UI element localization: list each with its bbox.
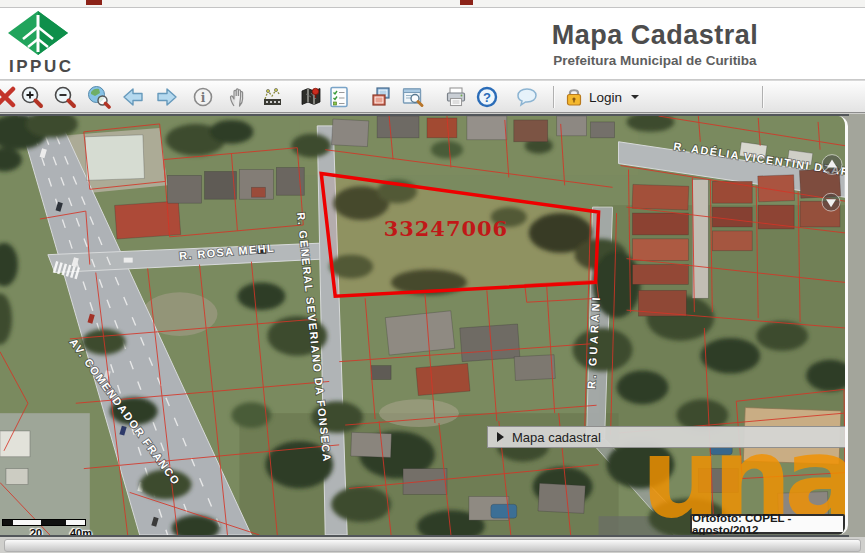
scale-label-40: 40m <box>70 527 92 535</box>
toolbar: i <box>0 80 865 113</box>
clear-icon[interactable] <box>0 85 17 109</box>
measure-icon[interactable] <box>261 85 285 109</box>
map-area: 33247006 R. ROSA MEHL R. GENERAL SEVERIA… <box>0 114 865 537</box>
scale-bar: 20 40m <box>2 519 122 535</box>
top-strip <box>0 0 865 8</box>
search-window-icon[interactable] <box>401 85 425 109</box>
scale-label-20: 20 <box>30 527 42 535</box>
header: IPPUC Mapa Cadastral Prefeitura Municipa… <box>0 8 865 80</box>
page-title: Mapa Cadastral <box>440 20 865 51</box>
scale-bar-segments <box>2 519 86 526</box>
artifact-mark <box>86 0 102 5</box>
artifact-mark <box>460 0 473 5</box>
map-edge <box>0 535 849 537</box>
attribution-box: Ortofoto: COPEL - agosto/2012 <box>690 514 845 534</box>
zoom-in-icon[interactable] <box>20 85 44 109</box>
feedback-bubble-icon[interactable] <box>515 85 539 109</box>
themes-images-icon[interactable] <box>369 85 393 109</box>
ippuc-logo: IPPUC <box>6 10 86 78</box>
title-block: Mapa Cadastral Prefeitura Municipal de C… <box>440 20 865 68</box>
previous-view-arrow-icon[interactable] <box>121 85 145 109</box>
toolbar-separator <box>553 86 555 108</box>
map-viewport: 33247006 R. ROSA MEHL R. GENERAL SEVERIA… <box>0 116 848 535</box>
print-icon[interactable] <box>444 85 468 109</box>
footer-bar <box>4 539 861 552</box>
zoom-out-icon[interactable] <box>53 85 77 109</box>
pan-up-button[interactable] <box>822 155 842 175</box>
layer-panel-bar[interactable]: Mapa cadastral <box>487 426 845 448</box>
login-button[interactable]: Login <box>589 90 622 105</box>
pan-down-button[interactable] <box>822 193 840 211</box>
identify-info-icon[interactable]: i <box>191 85 215 109</box>
layer-panel-label: Mapa cadastral <box>512 430 601 445</box>
svg-text:i: i <box>201 91 206 105</box>
app-window: IPPUC Mapa Cadastral Prefeitura Municipa… <box>0 0 865 553</box>
map-canvas[interactable]: 33247006 R. ROSA MEHL R. GENERAL SEVERIA… <box>0 116 845 535</box>
svg-text:?: ? <box>483 90 491 105</box>
expand-arrow-icon <box>497 432 504 442</box>
toolbar-separator <box>762 86 764 108</box>
page-subtitle: Prefeitura Municipal de Curitiba <box>440 53 865 68</box>
zoom-extent-globe-icon[interactable] <box>87 85 111 109</box>
legend-checklist-icon[interactable] <box>327 85 351 109</box>
help-icon[interactable]: ? <box>475 85 499 109</box>
login-lock-icon[interactable] <box>564 85 584 109</box>
parcel-id-label: 33247006 <box>384 216 509 241</box>
next-view-arrow-icon[interactable] <box>155 85 179 109</box>
logo-text: IPPUC <box>9 57 73 77</box>
pan-hand-icon[interactable] <box>226 85 250 109</box>
login-dropdown-caret-icon[interactable] <box>631 95 639 99</box>
locate-map-pin-icon[interactable] <box>299 85 323 109</box>
